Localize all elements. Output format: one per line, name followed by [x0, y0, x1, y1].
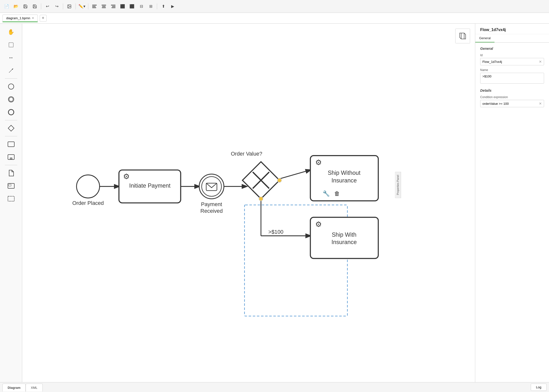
- end-event-btn[interactable]: [4, 106, 18, 118]
- svg-text:>$100: >$100: [268, 229, 283, 235]
- svg-point-52: [259, 197, 263, 201]
- pencil-dropdown-btn[interactable]: ✏️▾: [78, 2, 86, 11]
- left-toolbar: ✋ ↔: [0, 24, 22, 382]
- left-separator-3: [5, 136, 17, 136]
- tabbar: diagram_1.bpmn ✕ +: [0, 13, 549, 24]
- tab-close-btn[interactable]: ✕: [32, 17, 34, 20]
- svg-rect-11: [9, 43, 13, 47]
- properties-panel-side-tab[interactable]: Properties Panel: [395, 172, 401, 198]
- svg-point-45: [202, 177, 221, 196]
- expand-btn[interactable]: ⊞: [146, 2, 155, 11]
- data-object-btn[interactable]: [4, 167, 18, 179]
- new-dropdown-btn[interactable]: 📄: [2, 2, 11, 11]
- svg-rect-19: [8, 142, 14, 147]
- start-event-btn[interactable]: [4, 81, 18, 92]
- save-as-btn[interactable]: [31, 2, 39, 11]
- svg-text:Ship With: Ship With: [332, 232, 356, 238]
- svg-point-14: [8, 84, 14, 89]
- svg-text:Order Placed: Order Placed: [72, 200, 104, 206]
- align-right-btn[interactable]: [109, 2, 117, 11]
- svg-rect-2: [92, 5, 97, 5]
- run-btn[interactable]: ▶: [168, 2, 177, 11]
- gateway-btn[interactable]: [4, 122, 18, 134]
- group-btn[interactable]: [4, 180, 18, 192]
- hand-tool-btn[interactable]: ✋: [4, 26, 18, 38]
- bottom-bar: Diagram XML Log: [0, 382, 549, 392]
- tab-add-btn[interactable]: +: [40, 15, 47, 22]
- open-btn[interactable]: 📂: [12, 2, 20, 11]
- svg-rect-10: [111, 7, 115, 8]
- condition-clear-btn[interactable]: ✕: [539, 102, 542, 106]
- left-separator-1: [5, 78, 17, 79]
- name-field[interactable]: [480, 73, 544, 84]
- svg-rect-25: [9, 184, 11, 186]
- toolbar: 📄 📂 ↩ ↪ ✏️▾ ⬛ ⬛ ⊟ ⊞ ⬆ ▶: [0, 0, 549, 13]
- bottom-tab-diagram[interactable]: Diagram: [2, 384, 26, 392]
- svg-rect-26: [8, 196, 14, 201]
- svg-rect-6: [102, 6, 106, 7]
- bottom-tab-xml[interactable]: XML: [26, 384, 43, 392]
- align-center-btn[interactable]: [100, 2, 108, 11]
- id-clear-btn[interactable]: ✕: [539, 60, 542, 64]
- intermediate-event-btn[interactable]: [4, 93, 18, 105]
- distribute-h-btn[interactable]: ⬛: [118, 2, 127, 11]
- dashed-group-btn[interactable]: [4, 193, 18, 205]
- general-section-title: General: [480, 47, 544, 51]
- id-field[interactable]: Flow_1d7vx4j ✕: [480, 58, 544, 65]
- separator-4: [88, 3, 88, 9]
- svg-point-16: [9, 97, 13, 101]
- svg-point-53: [277, 178, 282, 182]
- svg-rect-4: [92, 7, 96, 8]
- svg-rect-3: [92, 6, 96, 7]
- separator-3: [75, 3, 76, 9]
- svg-rect-7: [102, 7, 106, 8]
- name-field-label: Name: [480, 68, 544, 72]
- export-btn[interactable]: ⬆: [159, 2, 167, 11]
- panel-tab-general[interactable]: General: [475, 34, 494, 42]
- svg-text:Insurance: Insurance: [331, 177, 357, 184]
- panel-tabs: General: [475, 34, 549, 43]
- collapse-btn[interactable]: ⊟: [137, 2, 146, 11]
- connect-tool-btn[interactable]: [4, 65, 18, 76]
- id-value: Flow_1d7vx4j: [482, 60, 539, 64]
- separator-5: [157, 3, 157, 9]
- details-section-title: Details: [480, 89, 544, 92]
- svg-text:🗑: 🗑: [334, 190, 340, 197]
- svg-text:Ship Without: Ship Without: [328, 170, 361, 176]
- condition-value: orderValue >= 100: [482, 102, 539, 106]
- svg-text:Order Value?: Order Value?: [231, 151, 262, 157]
- svg-text:🔧: 🔧: [323, 190, 330, 197]
- task-btn[interactable]: [4, 138, 18, 150]
- condition-field[interactable]: orderValue >= 100 ✕: [480, 100, 544, 107]
- separator-2: [63, 3, 63, 9]
- properties-panel: Flow_1d7vx4j General General Id Flow_1d7…: [475, 24, 549, 382]
- separator-1: [41, 3, 41, 9]
- svg-point-1: [68, 5, 69, 6]
- canvas[interactable]: >$100 Order Value? Order Placed ⚙ Initia…: [22, 24, 475, 382]
- lasso-tool-btn[interactable]: [4, 39, 18, 51]
- align-left-btn[interactable]: [90, 2, 99, 11]
- svg-text:Insurance: Insurance: [331, 239, 357, 245]
- save-btn[interactable]: [21, 2, 30, 11]
- name-input[interactable]: [482, 74, 542, 82]
- svg-text:Payment: Payment: [201, 201, 222, 207]
- undo-btn[interactable]: ↩: [43, 2, 52, 11]
- svg-text:⚙: ⚙: [123, 172, 130, 180]
- svg-rect-5: [102, 5, 106, 5]
- log-btn[interactable]: Log: [531, 384, 547, 391]
- redo-btn[interactable]: ↪: [53, 2, 61, 11]
- condition-label: Condition expression: [480, 95, 544, 99]
- details-section: Details Condition expression orderValue …: [480, 89, 544, 107]
- svg-point-17: [8, 109, 14, 115]
- svg-text:Initiate Payment: Initiate Payment: [129, 182, 171, 189]
- left-separator-4: [5, 165, 17, 165]
- image-btn[interactable]: [65, 2, 73, 11]
- id-field-label: Id: [480, 53, 544, 57]
- subprocess-btn[interactable]: [4, 151, 18, 163]
- space-tool-btn[interactable]: ↔: [4, 52, 18, 64]
- distribute-v-btn[interactable]: ⬛: [128, 2, 136, 11]
- panel-title: Flow_1d7vx4j: [475, 24, 549, 34]
- svg-rect-8: [111, 5, 115, 5]
- svg-text:Received: Received: [201, 208, 223, 214]
- tab-diagram-bpmn[interactable]: diagram_1.bpmn ✕: [2, 15, 38, 22]
